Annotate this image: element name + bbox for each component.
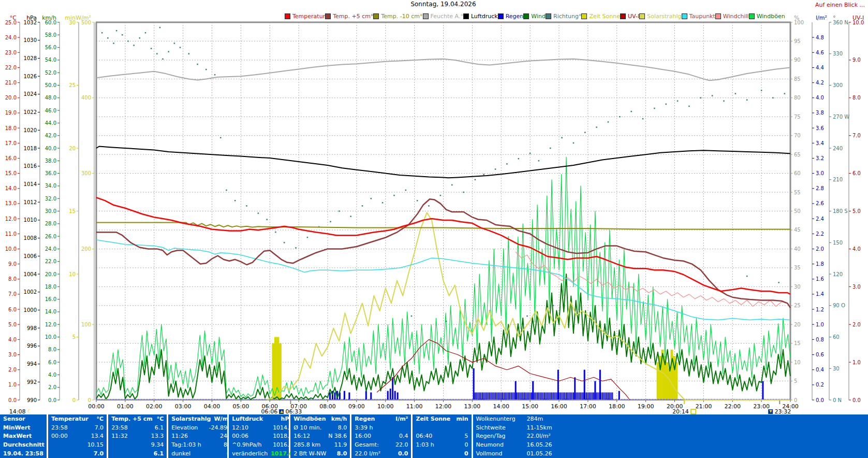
stats-cell: 22.0 l/m²0.0 xyxy=(355,449,408,458)
rain-bar xyxy=(392,377,393,399)
axis-label: 10 xyxy=(69,271,76,277)
rain-bar xyxy=(499,392,500,399)
rain-bar xyxy=(488,392,489,399)
axis-label: 0 xyxy=(72,397,76,403)
axis-label: 0.0 xyxy=(48,397,56,403)
stats-column: Temperatur°C23:587.000:0013.410.157.0 xyxy=(48,414,107,458)
axis-label: 1026 xyxy=(24,74,37,79)
direction-dot xyxy=(214,74,216,76)
rain-bar xyxy=(495,392,496,399)
stats-cell: Tag:1:03 h85 xyxy=(171,440,231,449)
rain-bar xyxy=(502,392,503,399)
axis-label: 0.0 xyxy=(8,397,17,403)
stats-cell: dunkel0 xyxy=(171,449,231,458)
direction-dot xyxy=(234,200,236,202)
stats-cell: Ø 10 min.8.0 xyxy=(293,423,347,432)
axis-label: 100 xyxy=(81,322,91,327)
axis-label: 01:00 xyxy=(117,403,134,410)
axis-label: 30 xyxy=(69,20,76,25)
axis-label: 0.6 xyxy=(816,352,824,357)
direction-dot xyxy=(188,53,190,55)
direction-dot xyxy=(284,242,285,244)
axis-label: 09:00 xyxy=(348,403,365,410)
rain-bar xyxy=(554,392,555,399)
stats-col-header: Regenl/m² xyxy=(355,414,408,423)
direction-dot xyxy=(506,163,508,165)
axis-label: 60.0 xyxy=(45,20,56,25)
rain-bar xyxy=(608,392,609,399)
stats-cell: 06:405 xyxy=(416,432,468,441)
stats-col-header: SolarstrahlgW/m² xyxy=(171,414,231,423)
rain-bar xyxy=(537,392,538,399)
axis-label: 20.0 xyxy=(45,271,56,277)
stats-cell: 23:586.1 xyxy=(111,423,164,432)
axis-label: 330 xyxy=(833,51,843,56)
direction-dot xyxy=(463,192,464,193)
axis-label: 150 xyxy=(833,240,843,246)
axis-label: 5 xyxy=(794,378,797,384)
direction-dot xyxy=(529,153,531,154)
axis-label: 54.0 xyxy=(45,57,56,63)
direction-dot xyxy=(665,104,667,105)
axis-label: l/m² xyxy=(816,15,827,21)
axis-label: 9.0 xyxy=(852,57,861,63)
direction-dot xyxy=(495,168,496,170)
direction-dot xyxy=(220,137,222,139)
axis-label: 2.0 xyxy=(8,367,17,373)
direction-dot xyxy=(197,64,198,65)
axis-label: 23:00 xyxy=(753,403,770,410)
stats-cell: 12:101014.7 xyxy=(232,423,292,432)
axis-label: 0.2 xyxy=(816,382,824,388)
stats-row-label: MaxWert xyxy=(3,432,45,441)
axis-label: 1000 xyxy=(24,307,37,313)
rain-bar xyxy=(511,392,512,399)
series-windchill xyxy=(516,252,787,306)
axis-label: 14:00 xyxy=(493,403,509,410)
direction-dot xyxy=(723,101,725,102)
axis-label: 11:00 xyxy=(406,403,423,410)
rain-bar xyxy=(553,392,554,399)
axis-label: 2.0 xyxy=(48,384,56,390)
direction-dot xyxy=(246,205,247,207)
axis-label: 9.0 xyxy=(8,261,17,267)
axis-label: 11.0 xyxy=(5,231,17,237)
stats-cell: 00:0013.4 xyxy=(51,432,104,441)
axis-label: 12.0 xyxy=(45,322,56,327)
stats-cell xyxy=(416,423,468,432)
direction-dot xyxy=(258,212,259,214)
stats-cell: 23:587.0 xyxy=(51,423,104,432)
sunshine-bar xyxy=(675,362,678,399)
axis-label: 03:00 xyxy=(175,403,192,410)
direction-dot xyxy=(475,179,476,181)
rain-bar xyxy=(496,392,497,399)
axis-label: 1002 xyxy=(24,289,37,295)
stats-table: SensorMinWertMaxWertDurchschnitt19.04. 2… xyxy=(0,414,868,458)
axis-label: 2.8 xyxy=(816,185,824,191)
rain-bar xyxy=(513,392,514,399)
axis-label: 22.0 xyxy=(45,259,56,264)
axis-label: 2.4 xyxy=(816,216,824,222)
axis-label: 1032 xyxy=(24,20,37,25)
axis-label: 17.0 xyxy=(5,140,17,146)
direction-dot xyxy=(518,158,520,160)
axis-label: 4.0 xyxy=(8,337,17,342)
direction-dot xyxy=(393,195,395,196)
axis-label: 21:00 xyxy=(696,403,712,410)
axis-label: 4.8 xyxy=(816,35,824,40)
axis-label: 1028 xyxy=(24,55,37,61)
axis-label: 00:00 xyxy=(88,403,105,410)
rain-bar xyxy=(589,392,590,399)
rain-bar xyxy=(348,392,350,399)
direction-dot xyxy=(156,53,158,55)
axis-label: 22:00 xyxy=(724,403,741,410)
axis-label: 3.8 xyxy=(816,110,824,116)
axis-label: 1012 xyxy=(24,199,37,205)
direction-dot xyxy=(584,132,586,133)
axis-label: 20 xyxy=(794,322,801,327)
rain-bar xyxy=(480,392,481,399)
rain-bar xyxy=(521,392,522,399)
axis-label: 0 N xyxy=(833,397,842,403)
axis-label: 300 xyxy=(833,82,843,88)
rain-bar xyxy=(334,392,335,399)
axis-label: 15:00 xyxy=(522,403,538,410)
